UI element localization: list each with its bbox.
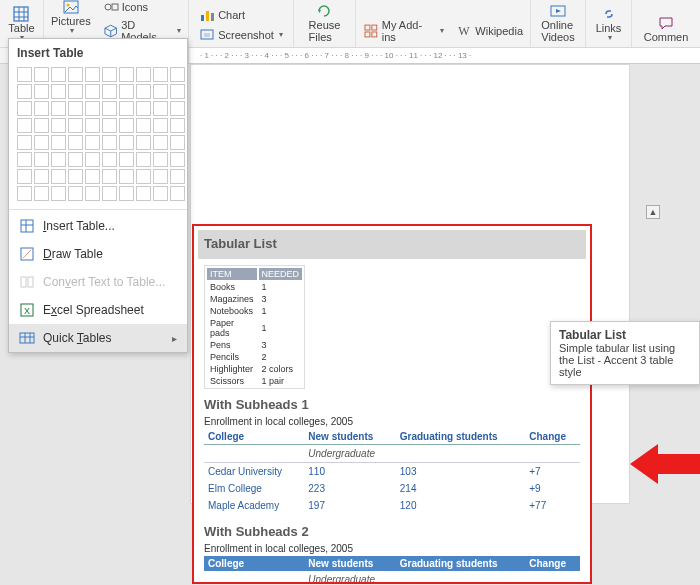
grid-cell[interactable] <box>136 152 151 167</box>
grid-cell[interactable] <box>136 118 151 133</box>
grid-cell[interactable] <box>170 118 185 133</box>
grid-cell[interactable] <box>17 101 32 116</box>
chart-button[interactable]: Chart <box>196 5 286 25</box>
grid-cell[interactable] <box>119 169 134 184</box>
links-button[interactable]: Links ▾ <box>593 4 625 45</box>
grid-cell[interactable] <box>102 152 117 167</box>
grid-cell[interactable] <box>34 118 49 133</box>
grid-cell[interactable] <box>153 101 168 116</box>
grid-cell[interactable] <box>102 186 117 201</box>
grid-cell[interactable] <box>34 186 49 201</box>
grid-cell[interactable] <box>102 67 117 82</box>
reuse-files-button[interactable]: Reuse Files <box>306 1 344 45</box>
scroll-up-button[interactable]: ▲ <box>646 205 660 219</box>
grid-cell[interactable] <box>153 135 168 150</box>
grid-cell[interactable] <box>68 135 83 150</box>
grid-cell[interactable] <box>34 67 49 82</box>
grid-cell[interactable] <box>68 67 83 82</box>
grid-cell[interactable] <box>170 67 185 82</box>
grid-cell[interactable] <box>102 135 117 150</box>
grid-cell[interactable] <box>170 84 185 99</box>
grid-cell[interactable] <box>51 67 66 82</box>
grid-cell[interactable] <box>102 84 117 99</box>
grid-cell[interactable] <box>17 67 32 82</box>
online-videos-button[interactable]: Online Videos <box>538 1 577 45</box>
grid-cell[interactable] <box>170 169 185 184</box>
grid-cell[interactable] <box>119 118 134 133</box>
grid-cell[interactable] <box>17 84 32 99</box>
grid-cell[interactable] <box>170 152 185 167</box>
grid-cell[interactable] <box>51 186 66 201</box>
grid-cell[interactable] <box>85 152 100 167</box>
grid-cell[interactable] <box>34 84 49 99</box>
grid-cell[interactable] <box>85 84 100 99</box>
grid-cell[interactable] <box>136 67 151 82</box>
grid-cell[interactable] <box>153 169 168 184</box>
grid-cell[interactable] <box>119 135 134 150</box>
grid-cell[interactable] <box>51 135 66 150</box>
tabular-list-preview[interactable]: ITEM NEEDED Books1Magazines3Notebooks1Pa… <box>204 265 305 389</box>
comment-button[interactable]: Commen <box>641 13 692 45</box>
grid-cell[interactable] <box>68 118 83 133</box>
subheads1-preview[interactable]: College New students Graduating students… <box>204 429 580 514</box>
grid-cell[interactable] <box>85 118 100 133</box>
grid-cell[interactable] <box>102 118 117 133</box>
grid-cell[interactable] <box>136 186 151 201</box>
grid-cell[interactable] <box>51 84 66 99</box>
grid-cell[interactable] <box>119 67 134 82</box>
grid-cell[interactable] <box>85 186 100 201</box>
grid-cell[interactable] <box>34 169 49 184</box>
grid-cell[interactable] <box>136 101 151 116</box>
quick-tables-flyout: Tabular List ITEM NEEDED Books1Magazines… <box>192 224 592 584</box>
screenshot-button[interactable]: Screenshot▾ <box>196 25 286 45</box>
grid-cell[interactable] <box>34 101 49 116</box>
grid-cell[interactable] <box>68 186 83 201</box>
grid-cell[interactable] <box>119 84 134 99</box>
grid-cell[interactable] <box>17 135 32 150</box>
menu-quick-tables[interactable]: Quick Tables ▸ <box>9 324 187 352</box>
grid-cell[interactable] <box>102 169 117 184</box>
subheads2-preview[interactable]: College New students Graduating students… <box>204 556 580 584</box>
grid-cell[interactable] <box>136 135 151 150</box>
grid-cell[interactable] <box>136 169 151 184</box>
grid-cell[interactable] <box>51 152 66 167</box>
grid-cell[interactable] <box>68 169 83 184</box>
menu-excel-spreadsheet[interactable]: X Excel Spreadsheet <box>9 296 187 324</box>
menu-draw-table[interactable]: Draw Table <box>9 240 187 268</box>
grid-cell[interactable] <box>153 67 168 82</box>
grid-cell[interactable] <box>17 186 32 201</box>
grid-cell[interactable] <box>119 101 134 116</box>
grid-cell[interactable] <box>51 118 66 133</box>
grid-cell[interactable] <box>102 101 117 116</box>
addins-button[interactable]: My Add-ins▾ <box>360 17 447 45</box>
grid-cell[interactable] <box>170 101 185 116</box>
grid-cell[interactable] <box>34 135 49 150</box>
grid-cell[interactable] <box>68 84 83 99</box>
icons-button[interactable]: Icons <box>100 0 184 17</box>
grid-cell[interactable] <box>85 101 100 116</box>
grid-cell[interactable] <box>119 186 134 201</box>
grid-cell[interactable] <box>85 67 100 82</box>
grid-cell[interactable] <box>170 186 185 201</box>
table-grid-picker[interactable] <box>9 67 187 207</box>
grid-cell[interactable] <box>17 152 32 167</box>
grid-cell[interactable] <box>34 152 49 167</box>
wikipedia-button[interactable]: W Wikipedia <box>453 21 526 41</box>
grid-cell[interactable] <box>17 169 32 184</box>
grid-cell[interactable] <box>153 118 168 133</box>
grid-cell[interactable] <box>170 135 185 150</box>
grid-cell[interactable] <box>68 101 83 116</box>
grid-cell[interactable] <box>153 84 168 99</box>
grid-cell[interactable] <box>85 135 100 150</box>
grid-cell[interactable] <box>68 152 83 167</box>
grid-cell[interactable] <box>17 118 32 133</box>
grid-cell[interactable] <box>153 186 168 201</box>
pictures-button[interactable]: Pictures ▾ <box>48 0 94 38</box>
grid-cell[interactable] <box>119 152 134 167</box>
menu-insert-table[interactable]: Insert Table... <box>9 212 187 240</box>
grid-cell[interactable] <box>85 169 100 184</box>
grid-cell[interactable] <box>153 152 168 167</box>
grid-cell[interactable] <box>51 101 66 116</box>
grid-cell[interactable] <box>136 84 151 99</box>
grid-cell[interactable] <box>51 169 66 184</box>
